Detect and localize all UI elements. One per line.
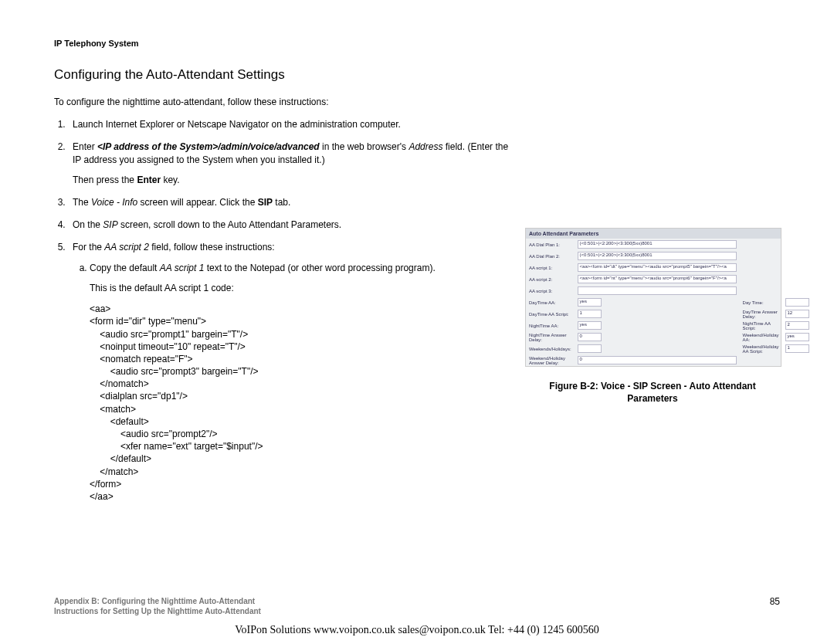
t: On the [73, 219, 103, 230]
footer-line2: Instructions for Setting Up the Nighttim… [54, 606, 261, 616]
t: screen will appear. Click the [137, 197, 257, 208]
t: Parameters [627, 393, 677, 404]
t: Copy the default [90, 263, 160, 273]
code-block: <aa> <form id="dir" type="menu"> <audio … [90, 303, 510, 503]
figure-caption: Figure B-2: Voice - SIP Screen - Auto At… [525, 381, 780, 405]
figure-screenshot: Auto Attendant Parameters AA Dial Plan 1… [525, 228, 781, 367]
section-title: Configuring the Auto-Attendant Settings [54, 67, 780, 83]
step-3: The Voice - Info screen will appear. Cli… [68, 196, 510, 209]
t: Enter [73, 141, 97, 152]
figure-header: Auto Attendant Parameters [526, 229, 781, 239]
t: For the [73, 242, 104, 253]
t: AA script 2 [104, 242, 149, 253]
t: Enter [137, 175, 161, 185]
figure-table: AA Dial Plan 1:(<0:501>|<2:200>|<3:300|5… [526, 239, 812, 366]
intro-text: To configure the nighttime auto-attendan… [54, 97, 510, 107]
page-footer: Appendix B: Configuring the Nighttime Au… [54, 596, 780, 616]
t: tab. [273, 197, 290, 208]
t: key. [161, 175, 179, 185]
t: Voice - Info [91, 197, 137, 208]
step-2: Enter <IP address of the System>/admin/v… [68, 141, 510, 187]
steps-list: Launch Internet Explorer or Netscape Nav… [68, 118, 510, 503]
t: screen, scroll down to the Auto Attendan… [118, 219, 342, 230]
t: SIP [258, 197, 273, 208]
t: in the web browser's [320, 141, 409, 152]
vendor-footer: VoIPon Solutions www.voipon.co.uk sales@… [0, 624, 834, 636]
t: field, follow these instructions: [149, 242, 275, 253]
t: Then press the [73, 175, 137, 185]
t: Address [409, 141, 442, 152]
footer-line1: Appendix B: Configuring the Nighttime Au… [54, 596, 261, 606]
t: The [73, 197, 91, 208]
t: text to the Notepad (or other word proce… [204, 263, 435, 273]
t: SIP [103, 219, 117, 230]
page-number: 85 [770, 596, 780, 616]
step-1: Launch Internet Explorer or Netscape Nav… [68, 118, 510, 131]
code-caption: This is the default AA script 1 code: [90, 282, 510, 295]
t: <IP address of the System>/admin/voice/a… [97, 141, 320, 152]
step-5a: Copy the default AA script 1 text to the… [90, 262, 510, 503]
document-header: IP Telephony System [54, 39, 780, 48]
step-5: For the AA script 2 field, follow these … [68, 241, 510, 503]
t: Figure B-2: Voice - SIP Screen - Auto At… [549, 381, 755, 391]
t: AA script 1 [160, 263, 205, 273]
step-1-text: Launch Internet Explorer or Netscape Nav… [73, 119, 401, 130]
step-4: On the SIP screen, scroll down to the Au… [68, 219, 510, 232]
